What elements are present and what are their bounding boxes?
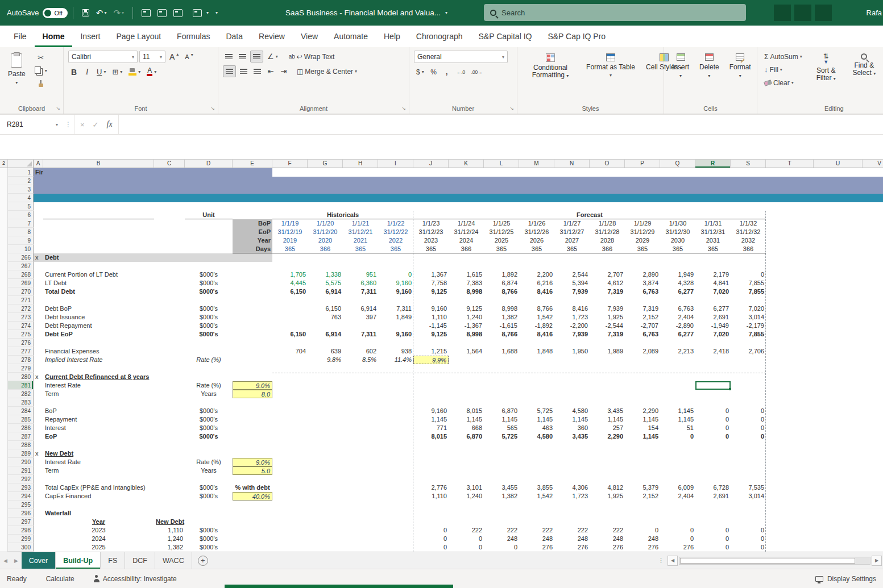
orientation-button[interactable]: ∠▾ — [265, 51, 280, 62]
cell-O292[interactable] — [590, 475, 625, 483]
cell-A297[interactable] — [34, 518, 43, 526]
cell-T277[interactable] — [766, 347, 814, 356]
cell-U274[interactable] — [814, 322, 863, 330]
cell-U283[interactable] — [814, 398, 863, 407]
cell-V295[interactable] — [863, 501, 883, 509]
cell-V281[interactable] — [863, 381, 883, 390]
cell-D271[interactable] — [185, 296, 233, 305]
cell-T288[interactable] — [766, 441, 814, 449]
cell-V282[interactable] — [863, 390, 883, 398]
cell-C1[interactable] — [154, 168, 185, 177]
cell-U10[interactable] — [814, 245, 863, 253]
cell-K300[interactable]: 0 — [449, 543, 484, 552]
cell-D276[interactable] — [185, 339, 233, 347]
cell-I271[interactable] — [378, 296, 413, 305]
cell-G268[interactable]: 1,338 — [308, 270, 343, 279]
cell-P279[interactable] — [625, 364, 660, 373]
cell-P274[interactable]: -2,707 — [625, 322, 660, 330]
cell-E7[interactable]: BoP — [233, 219, 272, 228]
cell-N277[interactable]: 1,950 — [554, 347, 590, 356]
cell-T282[interactable] — [766, 390, 814, 398]
decrease-decimal-button[interactable]: .00→ — [469, 66, 485, 78]
cell-J269[interactable]: 7,758 — [413, 279, 449, 287]
cell-R267[interactable] — [695, 262, 731, 270]
top-align-button[interactable] — [223, 51, 235, 62]
cell-K292[interactable] — [449, 475, 484, 483]
cell-H8[interactable]: 31/12/21 — [343, 228, 378, 236]
cell-U270[interactable] — [814, 287, 863, 296]
cell-G290[interactable] — [308, 458, 343, 466]
cell-L288[interactable] — [484, 441, 519, 449]
cell-S285[interactable]: 0 — [731, 415, 766, 424]
cell-A287[interactable] — [34, 432, 43, 441]
scrollbar-thumb[interactable] — [680, 558, 855, 564]
cell-L275[interactable]: 8,766 — [484, 330, 519, 339]
cell-Q293[interactable]: 6,009 — [660, 483, 695, 492]
cell-U5[interactable] — [814, 202, 863, 211]
cell-B4[interactable] — [43, 194, 154, 202]
cell-E8[interactable]: EoP — [233, 228, 272, 236]
row-header-1[interactable]: 1 — [8, 168, 34, 177]
cell-O288[interactable] — [590, 441, 625, 449]
cell-J270[interactable]: 9,125 — [413, 287, 449, 296]
cell-R300[interactable]: 0 — [695, 543, 731, 552]
cell-P293[interactable]: 5,379 — [625, 483, 660, 492]
cell-B270[interactable]: Total Debt — [43, 287, 154, 296]
cell-E268[interactable] — [233, 270, 272, 279]
row-header-275[interactable]: 275 — [8, 330, 34, 339]
undo-button[interactable]: ↶▾ — [96, 8, 107, 18]
cell-Q292[interactable] — [660, 475, 695, 483]
cell-D297[interactable] — [185, 518, 233, 526]
cell-P299[interactable]: 248 — [625, 535, 660, 543]
cell-G4[interactable] — [308, 194, 343, 202]
cell-D278[interactable]: Rate (%) — [185, 356, 233, 364]
cell-G300[interactable] — [308, 543, 343, 552]
cell-N5[interactable] — [554, 202, 590, 211]
cell-N288[interactable] — [554, 441, 590, 449]
cell-H281[interactable] — [343, 381, 378, 390]
cell-S274[interactable]: -2,179 — [731, 322, 766, 330]
number-format-select[interactable]: General▾ — [414, 51, 508, 63]
cell-V288[interactable] — [863, 441, 883, 449]
row-header-292[interactable]: 292 — [8, 475, 34, 483]
cell-A298[interactable] — [34, 526, 43, 535]
cell-B274[interactable]: Debt Repayment — [43, 322, 154, 330]
cell-R291[interactable] — [695, 466, 731, 475]
cell-M285[interactable]: 1,145 — [519, 415, 554, 424]
cell-L282[interactable] — [484, 390, 519, 398]
cell-C288[interactable] — [154, 441, 185, 449]
cell-R274[interactable]: -1,949 — [695, 322, 731, 330]
cell-K267[interactable] — [449, 262, 484, 270]
cell-K279[interactable] — [449, 364, 484, 373]
cell-F279[interactable] — [272, 364, 308, 373]
cell-E280[interactable] — [233, 373, 272, 381]
cell-L268[interactable]: 1,892 — [484, 270, 519, 279]
cell-K296[interactable] — [449, 509, 484, 518]
cell-P298[interactable]: 0 — [625, 526, 660, 535]
row-header-267[interactable]: 267 — [8, 262, 34, 270]
cell-B283[interactable] — [43, 398, 154, 407]
cell-G7[interactable]: 1/1/20 — [308, 219, 343, 228]
titlebar-app-icon[interactable] — [774, 5, 791, 21]
cell-P282[interactable] — [625, 390, 660, 398]
cell-B288[interactable] — [43, 441, 154, 449]
cell-U292[interactable] — [814, 475, 863, 483]
cell-Q299[interactable]: 0 — [660, 535, 695, 543]
cell-U267[interactable] — [814, 262, 863, 270]
column-header-E[interactable]: E — [233, 160, 272, 168]
cell-C296[interactable] — [154, 509, 185, 518]
font-color-button[interactable]: A▾ — [144, 66, 159, 78]
cell-S5[interactable] — [731, 202, 766, 211]
formula-input[interactable] — [118, 115, 883, 134]
ribbon-tab-review[interactable]: Review — [251, 26, 293, 47]
cell-O297[interactable] — [590, 518, 625, 526]
cell-B280[interactable]: Current Debt Refinanced at 8 years — [43, 373, 154, 381]
cell-O266[interactable] — [590, 253, 625, 262]
cell-V290[interactable] — [863, 458, 883, 466]
titlebar-app-icon[interactable] — [794, 5, 811, 21]
row-header-266[interactable]: 266 — [8, 253, 34, 262]
cell-J10[interactable]: 365 — [413, 245, 449, 253]
format-as-table-button[interactable]: Format as Table ▾ — [582, 51, 639, 103]
ribbon-tab-s-p-cap-iq-pro[interactable]: S&P Cap IQ Pro — [540, 26, 613, 47]
cell-G10[interactable]: 366 — [308, 245, 343, 253]
